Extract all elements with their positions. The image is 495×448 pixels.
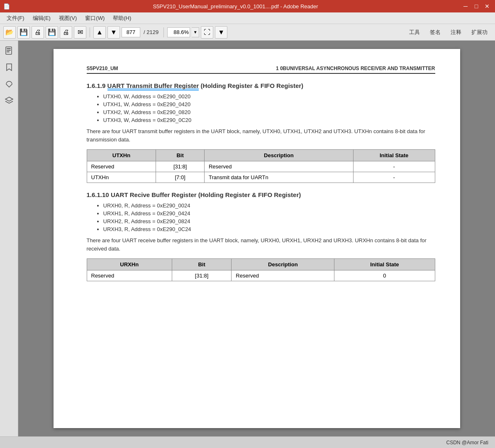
section-1-title-before: 1.6.1.9: [87, 82, 107, 89]
list-item: URXH1, R, Address = 0xE290_0424: [103, 210, 435, 217]
sidebar-layers-icon[interactable]: [2, 94, 16, 107]
table-cell-name: Reserved: [87, 161, 156, 172]
expand-button[interactable]: 扩展功: [467, 27, 492, 38]
window-controls: ─ □ ✕: [461, 2, 492, 11]
list-item: UTXH1, W, Address = 0xE290_0420: [103, 101, 435, 107]
list-item: UTXH3, W, Address = 0xE290_0C20: [103, 117, 435, 123]
print2-button[interactable]: 🖨: [60, 26, 72, 39]
minimize-button[interactable]: ─: [461, 2, 470, 11]
list-item: URXH0, R, Address = 0xE290_0024: [103, 202, 435, 209]
table-cell-state: 0: [334, 270, 435, 281]
menu-help[interactable]: 帮助(H): [110, 14, 134, 23]
app-icon: 📄: [3, 3, 10, 10]
table-header-state: Initial State: [334, 259, 435, 270]
menu-view[interactable]: 视图(V): [56, 14, 80, 23]
zoom-dropdown[interactable]: ▼: [192, 27, 199, 37]
svg-rect-2: [7, 50, 11, 51]
menu-bar: 文件(F) 编辑(E) 视图(V) 窗口(W) 帮助(H): [0, 12, 495, 24]
title-bar-left: 📄: [3, 3, 10, 10]
table-header-desc: Description: [232, 259, 334, 270]
table-cell-name: Reserved: [87, 270, 172, 281]
table-row: Reserved [31:8] Reserved 0: [87, 270, 435, 281]
section-1-title: 1.6.1.9 UART Transmit Buffer Register (H…: [87, 82, 435, 89]
menu-window[interactable]: 窗口(W): [82, 14, 108, 23]
sidebar: [0, 41, 18, 436]
svg-rect-1: [7, 48, 11, 49]
sidebar-pages-icon[interactable]: [2, 44, 16, 57]
table-cell-state: -: [353, 172, 435, 183]
table-cell-bit: [31:8]: [172, 270, 231, 281]
svg-marker-4: [5, 97, 13, 101]
save-button[interactable]: 💾: [17, 26, 30, 39]
table-cell-desc: Reserved: [232, 270, 334, 281]
list-item: URXH2, R, Address = 0xE290_0824: [103, 218, 435, 224]
section-2-description: There are four UART receive buffer regis…: [87, 236, 435, 253]
main-area: S5PV210_UM 1 0BUNIVERSAL ASYNCHRONOUS RE…: [0, 41, 495, 436]
next-page-button[interactable]: ▼: [107, 26, 120, 39]
zoom-input[interactable]: [167, 27, 190, 37]
sidebar-attachments-icon[interactable]: [2, 77, 16, 90]
toolbar-separator-2: [163, 27, 164, 37]
table-cell-name: UTXHn: [87, 172, 156, 183]
table-header-name: UTXHn: [87, 150, 156, 161]
section-1-description: There are four UART transmit buffer regi…: [87, 127, 435, 144]
urxhn-table: URXHn Bit Description Initial State Rese…: [87, 258, 435, 281]
table-cell-bit: [7:0]: [156, 172, 205, 183]
table-header-bit: Bit: [172, 259, 231, 270]
doc-header-left: S5PV210_UM: [87, 66, 118, 71]
close-button[interactable]: ✕: [483, 2, 492, 11]
table-cell-bit: [31:8]: [156, 161, 205, 172]
doc-page: S5PV210_UM 1 0BUNIVERSAL ASYNCHRONOUS RE…: [54, 49, 460, 428]
table-cell-desc: Transmit data for UARTn: [204, 172, 353, 183]
title-bar: 📄 S5PV210_UserManual_preliminary_v0.0_10…: [0, 0, 495, 12]
menu-file[interactable]: 文件(F): [3, 14, 28, 23]
doc-header-right: 1 0BUNIVERSAL ASYNCHRONOUS RECEIVER AND …: [276, 66, 435, 71]
section-2-title: 1.6.1.10 UART Recive Buffer Register (Ho…: [87, 191, 435, 198]
sidebar-bookmarks-icon[interactable]: [2, 61, 16, 74]
page-number-input[interactable]: [122, 27, 140, 37]
toolbar-right: 工具 签名 注释 扩展功: [405, 27, 492, 38]
email-button[interactable]: ✉: [74, 26, 86, 39]
status-bar: CSDN @Amor Fati: [0, 436, 495, 448]
fit-page-button[interactable]: ⛶: [201, 26, 213, 39]
section-2-bullets: URXH0, R, Address = 0xE290_0024 URXH1, R…: [103, 202, 435, 232]
view-options-button[interactable]: ▼: [215, 26, 227, 39]
table-row: UTXHn [7:0] Transmit data for UARTn -: [87, 172, 435, 183]
table-header-bit: Bit: [156, 150, 205, 161]
table-header-desc: Description: [204, 150, 353, 161]
list-item: URXH3, R, Address = 0xE290_0C24: [103, 226, 435, 232]
section-1-title-after: (Holding Register & FIFO Register): [199, 82, 303, 89]
doc-header: S5PV210_UM 1 0BUNIVERSAL ASYNCHRONOUS RE…: [87, 66, 435, 74]
section-1-bullets: UTXH0, W, Address = 0xE290_0020 UTXH1, W…: [103, 93, 435, 123]
table-cell-state: -: [353, 161, 435, 172]
list-item: UTXH0, W, Address = 0xE290_0020: [103, 93, 435, 100]
toolbar: 📂 💾 🖨 💾 🖨 ✉ ▲ ▼ / 2129 ▼ ⛶ ▼ 工具 签名 注释 扩展…: [0, 24, 495, 41]
table-header-state: Initial State: [353, 150, 435, 161]
utxhn-table: UTXHn Bit Description Initial State Rese…: [87, 149, 435, 183]
menu-edit[interactable]: 编辑(E): [29, 14, 54, 23]
comment-button[interactable]: 注释: [446, 27, 466, 38]
sign-button[interactable]: 签名: [426, 27, 445, 38]
status-text: CSDN @Amor Fati: [446, 440, 488, 446]
open-button[interactable]: 📂: [3, 26, 16, 39]
restore-button[interactable]: □: [472, 2, 481, 11]
table-header-name: URXHn: [87, 259, 172, 270]
table-row: Reserved [31:8] Reserved -: [87, 161, 435, 172]
save2-button[interactable]: 💾: [46, 26, 58, 39]
section-1-title-highlight: UART Transmit Buffer Register: [107, 82, 199, 90]
list-item: UTXH2, W, Address = 0xE290_0820: [103, 109, 435, 115]
tools-button[interactable]: 工具: [405, 27, 424, 38]
svg-rect-3: [7, 51, 10, 52]
table-cell-desc: Reserved: [204, 161, 353, 172]
prev-page-button[interactable]: ▲: [93, 26, 106, 39]
page-total: / 2129: [142, 29, 160, 35]
toolbar-separator-1: [90, 27, 90, 37]
doc-area: S5PV210_UM 1 0BUNIVERSAL ASYNCHRONOUS RE…: [18, 41, 495, 436]
window-title: S5PV210_UserManual_preliminary_v0.0_1001…: [10, 3, 461, 10]
print-button[interactable]: 🖨: [32, 26, 44, 39]
